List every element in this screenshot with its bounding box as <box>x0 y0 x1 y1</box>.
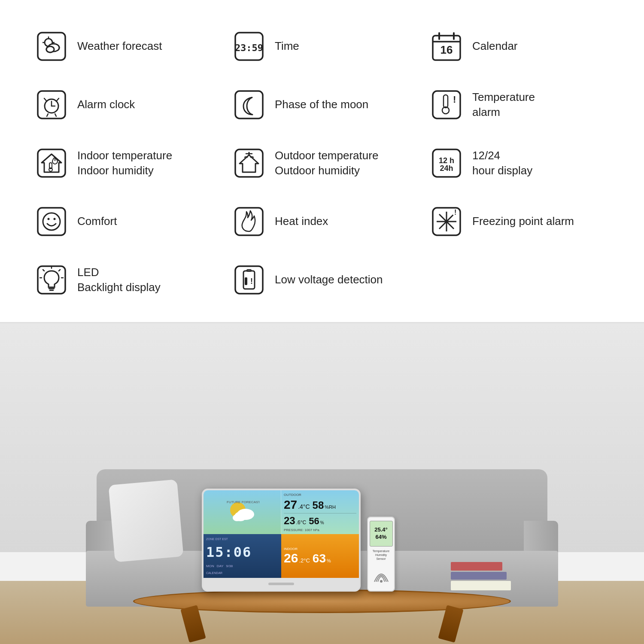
svg-text:16: 16 <box>440 43 453 56</box>
moon-phase-label: Phase of the moon <box>275 97 368 112</box>
hour-display-icon: 12 h 24h <box>429 146 464 180</box>
scene-section: FUTURE FORECAST OUTDOOR 27 .4°C 58 %RH 2… <box>0 323 644 644</box>
svg-line-22 <box>44 98 47 101</box>
empty-cell <box>421 251 618 309</box>
sensor-display: 25.4° 64% <box>370 521 393 547</box>
feature-weather-forecast: Weather forecast <box>26 17 223 76</box>
indoor-icon <box>34 146 69 180</box>
features-section: Weather forecast 23:59 Time 16 <box>0 0 644 322</box>
svg-point-73 <box>380 580 383 583</box>
feature-freezing-point: ! Freezing point alarm <box>421 192 618 251</box>
low-voltage-label: Low voltage detection <box>275 272 383 287</box>
comfort-icon <box>34 204 69 239</box>
svg-line-59 <box>59 270 60 271</box>
features-grid: Weather forecast 23:59 Time 16 <box>26 17 618 309</box>
svg-rect-43 <box>38 208 65 235</box>
book-2 <box>451 572 507 580</box>
station-display-area: FUTURE FORECAST OUTDOOR 27 .4°C 58 %RH 2… <box>204 490 359 578</box>
freezing-icon: ! <box>429 204 464 239</box>
svg-line-24 <box>47 114 48 116</box>
feature-moon-phase: Phase of the moon <box>223 76 421 134</box>
sensor-temp: 25.4° <box>374 526 388 534</box>
svg-text:!: ! <box>454 209 456 216</box>
svg-point-44 <box>43 213 60 230</box>
svg-rect-66 <box>245 278 247 285</box>
svg-line-23 <box>56 98 59 101</box>
svg-text:!: ! <box>250 277 253 286</box>
outdoor-icon <box>232 146 266 180</box>
temperature-alarm-icon: ! <box>429 88 464 122</box>
feature-alarm-clock: Alarm clock <box>26 76 223 134</box>
weather-station-group: FUTURE FORECAST OUTDOOR 27 .4°C 58 %RH 2… <box>202 489 395 592</box>
svg-point-45 <box>48 218 50 220</box>
weather-forecast-icon <box>34 29 69 64</box>
book-3 <box>451 581 511 590</box>
calendar-label: Calendar <box>472 39 518 54</box>
feature-hour-display: 12 h 24h 12/24hour display <box>421 134 618 192</box>
hour-display-label: 12/24hour display <box>472 148 532 178</box>
feature-outdoor: Outdoor temperatureOutdoor humidity <box>223 134 421 192</box>
heat-index-label: Heat index <box>275 214 328 229</box>
comfort-label: Comfort <box>77 214 117 229</box>
station-base <box>204 578 359 590</box>
svg-line-25 <box>55 114 56 116</box>
svg-text:FUTURE FORECAST: FUTURE FORECAST <box>227 500 259 504</box>
time-label: Time <box>275 39 299 54</box>
sensor-humidity: 64% <box>375 534 386 541</box>
calendar-icon: 16 <box>429 29 464 64</box>
svg-point-10 <box>46 46 54 52</box>
feature-temperature-alarm: ! Temperaturealarm <box>421 76 618 134</box>
forecast-area: FUTURE FORECAST <box>204 490 281 534</box>
feature-indoor: Indoor temperatureIndoor humidity <box>26 134 223 192</box>
feature-low-voltage: ! Low voltage detection <box>223 251 421 309</box>
battery-icon: ! <box>232 263 266 297</box>
outdoor-readings: OUTDOOR 27 .4°C 58 %RH 23 .6°C 56 % P <box>281 490 359 534</box>
feature-time: 23:59 Time <box>223 17 421 76</box>
led-backlight-label: LEDBacklight display <box>77 265 161 295</box>
svg-text:12 h: 12 h <box>439 156 454 165</box>
feature-calendar: 16 Calendar <box>421 17 618 76</box>
sensor-unit: 25.4° 64% TemperatureHumiditySensor <box>367 516 395 592</box>
svg-rect-28 <box>444 95 448 108</box>
station-main-unit: FUTURE FORECAST OUTDOOR 27 .4°C 58 %RH 2… <box>202 489 361 592</box>
svg-point-46 <box>54 218 56 220</box>
moon-icon <box>232 88 266 122</box>
svg-line-61 <box>43 270 44 271</box>
svg-text:23:59: 23:59 <box>235 43 263 53</box>
sofa-pillow <box>108 479 183 562</box>
indoor-label: Indoor temperatureIndoor humidity <box>77 148 172 178</box>
feature-heat-index: Heat index <box>223 192 421 251</box>
indoor-readings: INDOOR 26 .2°C 63 % <box>281 534 359 578</box>
time-icon: 23:59 <box>232 29 266 64</box>
sensor-signal <box>371 563 392 585</box>
sensor-label: TemperatureHumiditySensor <box>373 549 389 561</box>
feature-comfort: Comfort <box>26 192 223 251</box>
svg-text:24h: 24h <box>440 164 453 173</box>
svg-text:!: ! <box>453 94 456 105</box>
temperature-alarm-label: Temperaturealarm <box>472 90 535 120</box>
weather-forecast-label: Weather forecast <box>77 39 162 54</box>
led-icon <box>34 263 69 297</box>
freezing-label: Freezing point alarm <box>472 214 574 229</box>
books-stack <box>451 562 511 590</box>
time-area: ZONE DST EST 15:06 MONDAY9/38 CALENDAR <box>204 534 281 578</box>
svg-marker-37 <box>240 155 258 172</box>
outdoor-label: Outdoor temperatureOutdoor humidity <box>275 148 378 178</box>
book-1 <box>451 562 502 571</box>
alarm-clock-icon <box>34 88 69 122</box>
feature-led-backlight: LEDBacklight display <box>26 251 223 309</box>
alarm-clock-label: Alarm clock <box>77 97 135 112</box>
svg-point-71 <box>233 514 241 521</box>
heat-icon <box>232 204 266 239</box>
